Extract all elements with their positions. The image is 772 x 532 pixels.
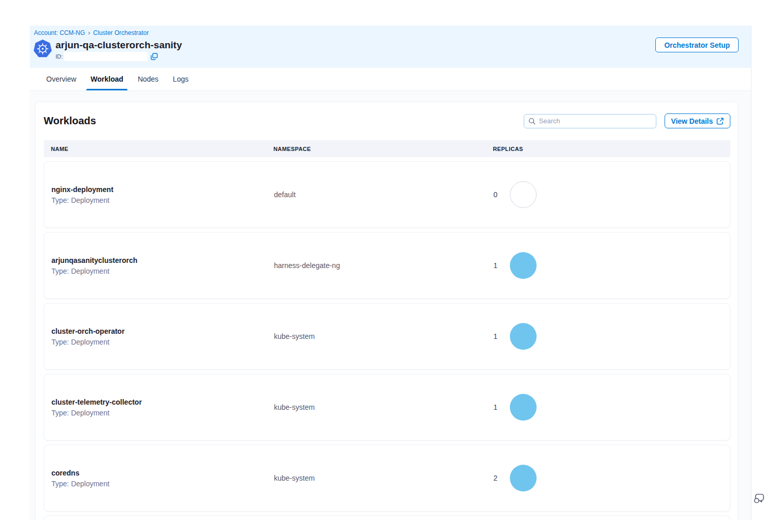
table-row[interactable]: cluster-orch-operator Type: Deployment k… bbox=[44, 303, 730, 370]
breadcrumb-account-link[interactable]: Account: CCM-NG bbox=[34, 29, 85, 36]
workload-namespace: kube-system bbox=[267, 332, 486, 340]
workload-name: coredns bbox=[51, 469, 267, 477]
tab-bar: Overview Workload Nodes Logs bbox=[30, 68, 751, 91]
table-row[interactable]: arjunqasanityclusterorch Type: Deploymen… bbox=[44, 232, 730, 299]
chevron-right-icon: › bbox=[88, 29, 90, 36]
table-row[interactable]: nginx-deployment Type: Deployment defaul… bbox=[44, 161, 730, 228]
replica-count: 2 bbox=[493, 474, 498, 482]
tab-nodes[interactable]: Nodes bbox=[135, 68, 161, 90]
cluster-id-label: ID: bbox=[56, 53, 63, 60]
replica-circle bbox=[510, 394, 537, 421]
workload-type: Type: Deployment bbox=[51, 338, 267, 346]
search-input[interactable] bbox=[539, 117, 652, 125]
workload-namespace: harness-delegate-ng bbox=[267, 261, 486, 270]
table-row[interactable]: coredns Type: Deployment kube-system 2 bbox=[44, 445, 730, 511]
workload-type: Type: Deployment bbox=[51, 480, 267, 488]
workloads-card: Workloads View Details bbox=[35, 102, 738, 520]
column-header-replicas: REPLICAS bbox=[486, 146, 730, 152]
replica-count: 0 bbox=[493, 191, 498, 199]
replica-count: 1 bbox=[493, 261, 498, 270]
workload-type: Type: Deployment bbox=[51, 409, 267, 417]
external-link-icon bbox=[716, 118, 724, 125]
workload-namespace: default bbox=[267, 191, 486, 199]
workload-name: nginx-deployment bbox=[51, 185, 267, 194]
search-icon bbox=[528, 118, 536, 125]
cluster-id-redacted-value bbox=[64, 52, 148, 61]
workload-type: Type: Deployment bbox=[51, 196, 267, 204]
replica-circle bbox=[510, 252, 537, 279]
orchestrator-setup-button[interactable]: Orchestrator Setup bbox=[655, 37, 739, 52]
kubernetes-icon bbox=[33, 39, 52, 59]
page-body: Workloads View Details bbox=[30, 91, 751, 520]
replica-circle bbox=[510, 465, 537, 491]
workload-name: arjunqasanityclusterorch bbox=[51, 256, 267, 264]
column-header-name: NAME bbox=[44, 146, 266, 152]
copy-icon[interactable] bbox=[151, 53, 158, 60]
page-title: arjun-qa-clusterorch-sanity bbox=[56, 39, 182, 51]
workload-name: cluster-telemetry-collector bbox=[51, 398, 267, 406]
replica-circle bbox=[510, 181, 537, 208]
chat-icon[interactable] bbox=[752, 492, 766, 505]
view-details-button[interactable]: View Details bbox=[665, 113, 730, 128]
column-header-namespace: NAMESPACE bbox=[266, 146, 486, 152]
workload-namespace: kube-system bbox=[267, 474, 486, 482]
replica-count: 1 bbox=[493, 332, 498, 340]
table-header-row: NAME NAMESPACE REPLICAS bbox=[44, 140, 730, 157]
tab-overview[interactable]: Overview bbox=[43, 68, 79, 90]
view-details-label: View Details bbox=[671, 117, 713, 125]
tab-workload[interactable]: Workload bbox=[87, 68, 126, 90]
breadcrumb-section-link[interactable]: Cluster Orchestrator bbox=[93, 29, 149, 36]
table-row[interactable]: cluster-telemetry-collector Type: Deploy… bbox=[44, 374, 730, 441]
tab-logs[interactable]: Logs bbox=[170, 68, 191, 90]
workloads-heading: Workloads bbox=[44, 115, 96, 127]
workload-name: cluster-orch-operator bbox=[51, 327, 267, 335]
workload-namespace: kube-system bbox=[267, 403, 486, 411]
search-box bbox=[524, 114, 656, 128]
workload-type: Type: Deployment bbox=[51, 267, 267, 275]
content-region: Account: CCM-NG › Cluster Orchestrator bbox=[30, 26, 751, 520]
app-window: Account: CCM-NG › Cluster Orchestrator bbox=[0, 0, 772, 532]
replica-count: 1 bbox=[493, 403, 498, 411]
page-header: Account: CCM-NG › Cluster Orchestrator bbox=[30, 26, 751, 68]
replica-circle bbox=[510, 323, 537, 350]
breadcrumb: Account: CCM-NG › Cluster Orchestrator bbox=[34, 29, 751, 36]
table-row-partial[interactable] bbox=[44, 516, 730, 520]
